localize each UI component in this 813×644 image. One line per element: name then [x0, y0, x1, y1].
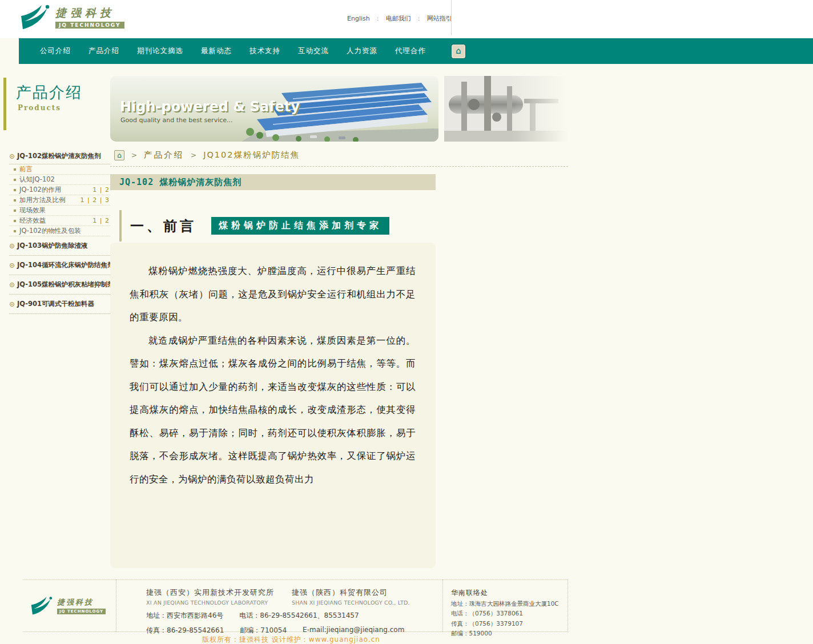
article-body: 煤粉锅炉燃烧热强度大、炉膛温度高，运行中很易产生严重结焦和积灰（灰堵）问题，这是… [110, 243, 436, 568]
nav-item-agency[interactable]: 代理合作 [395, 46, 426, 56]
sidebar-item-label: JQ-102的物性及包装 [19, 227, 81, 235]
sidebar-item-label: JQ-901可调式干粉加料器 [17, 300, 94, 308]
link-separator: ： [375, 15, 381, 23]
sidebar-subtitle: Products [18, 104, 61, 112]
expert-badge: 煤粉锅炉防止结焦添加剂专家 [211, 217, 389, 235]
breadcrumb-separator: > [191, 151, 196, 159]
page-links[interactable]: 1 | 2 | 3 [81, 196, 110, 204]
nav-item-news[interactable]: 最新动态 [201, 46, 232, 56]
logo-company-name-en: JQ TECHNOLOGY [55, 22, 124, 29]
square-bullet-icon [14, 230, 16, 232]
group-bullet-icon [10, 154, 14, 159]
square-bullet-icon [14, 179, 16, 181]
link-separator: ： [416, 15, 422, 23]
sidebar-item-jq901[interactable]: JQ-901可调式干粉加料器 [9, 295, 110, 314]
section-heading-row: 一、前言 煤粉锅炉防止结焦添加剂专家 [119, 210, 389, 242]
footer-phone: 电话：86-29-85542661、85531457 [239, 611, 359, 621]
company-name-cn: 捷强（西安）实用新技术开发研究所 [146, 587, 292, 598]
link-email-us[interactable]: 电邮我们 [386, 14, 411, 23]
breadcrumb-item-products[interactable]: 产品介绍 [144, 150, 184, 160]
sidebar-item-label: 经济效益 [19, 216, 46, 225]
breadcrumb-item-current: JQ102煤粉锅炉防结焦 [203, 150, 300, 160]
nav-item-hr[interactable]: 人力资源 [347, 46, 377, 56]
header-divider [451, 0, 452, 35]
square-bullet-icon [14, 199, 16, 202]
sidebar-item-jq102[interactable]: JQ-102煤粉锅炉清灰防焦剂 [9, 148, 110, 164]
sidebar-item-label: 认知JQ-102 [19, 175, 55, 184]
footer-fax: 传真：86-29-85542661 [146, 626, 224, 635]
copyright-line[interactable]: 版权所有：捷强科技 设计维护：www.guangjiao.cn [0, 635, 582, 644]
footer-logo-text: 捷强科技 JQ TECHNOLOGY [57, 597, 106, 614]
sidebar-item-know-jq102[interactable]: 认知JQ-102 [9, 175, 110, 185]
section-accent-bar [119, 210, 122, 242]
nav-item-products[interactable]: 产品介绍 [88, 46, 119, 56]
nav-item-interaction[interactable]: 互动交流 [298, 46, 329, 56]
company-name-en: XI AN JIEQIANG TECHNOLOGY LABORATORY [146, 599, 292, 606]
home-icon: ⌂ [456, 47, 461, 55]
nav-item-company[interactable]: 公司介绍 [40, 46, 71, 56]
nav-item-tech-support[interactable]: 技术支持 [249, 46, 280, 56]
link-site-guide[interactable]: 网站指引 [427, 14, 452, 23]
footer-address: 地址：西安市西影路46号 [146, 611, 223, 621]
sidebar-menu: JQ-102煤粉锅炉清灰防焦剂 前言 认知JQ-102 JQ-102的作用 1 … [9, 148, 110, 314]
sidebar-item-label: JQ-102的作用 [19, 186, 61, 194]
sidebar-item-jq102-function[interactable]: JQ-102的作用 1 | 2 [9, 185, 110, 195]
footer-email[interactable]: E-mail:jieqiang@jieqiang.com [303, 626, 404, 635]
sidebar-item-usage-ratio[interactable]: 加用方法及比例 1 | 2 | 3 [9, 195, 110, 206]
sidebar-item-jq104[interactable]: JQ-104循环流化床锅炉防结焦剂 [9, 256, 110, 275]
group-bullet-icon [10, 263, 14, 268]
company-name-en: SHAN XI JIEQIANG TECHNOLOGY CO., LTD. [292, 599, 437, 606]
breadcrumb-home-button[interactable]: ⌂ [114, 150, 124, 160]
banner-title: High-powered & Safety [120, 99, 300, 115]
sidebar-item-label: 现场效果 [19, 206, 46, 215]
home-icon: ⌂ [117, 151, 122, 159]
banner-factory-image: High-powered & Safety High-powered & Saf… [110, 76, 438, 142]
group-bullet-icon [10, 244, 14, 248]
footer-south-office-block: 华南联络处 地址：珠海吉大园林路金景商业大厦10C 电话：（0756）33780… [442, 579, 568, 632]
footer-address-line: 地址：西安市西影路46号 电话：86-29-85542661、85531457 [146, 611, 442, 621]
footer-logo-company-name-en: JQ TECHNOLOGY [57, 609, 106, 614]
sidebar-title: 产品介绍 [16, 82, 82, 103]
sidebar-item-jq105[interactable]: JQ-105煤粉锅炉积灰粘堵抑制剂 [9, 275, 110, 295]
sidebar-item-label: JQ-104循环流化床锅炉防结焦剂 [17, 261, 114, 269]
group-bullet-icon [10, 302, 14, 307]
footer-logo[interactable]: 捷强科技 JQ TECHNOLOGY [23, 579, 116, 632]
sidebar-item-site-effect[interactable]: 现场效果 [9, 206, 110, 216]
sidebar-item-properties-packaging[interactable]: JQ-102的物性及包装 [9, 226, 110, 236]
breadcrumb-separator: > [131, 151, 137, 159]
square-bullet-icon [14, 220, 16, 222]
nav-home-button[interactable]: ⌂ [452, 45, 465, 58]
page-links[interactable]: 1 | 2 [92, 217, 110, 224]
banner-subtitle: Good quality and the best service... [120, 116, 233, 124]
company-logo[interactable]: 捷强科技 JQ TECHNOLOGY [21, 3, 124, 31]
sidebar-item-economic-benefit[interactable]: 经济效益 1 | 2 [9, 216, 110, 226]
section-heading: 一、前言 [130, 217, 196, 235]
page-links[interactable]: 1 | 2 [92, 186, 110, 194]
logo-company-name: 捷强科技 [55, 6, 124, 21]
footer-postal: 邮编：710054 [240, 626, 287, 635]
header: 捷强科技 JQ TECHNOLOGY English ： 电邮我们 ： 网站指引 [0, 0, 813, 38]
sidebar-item-foreword[interactable]: 前言 [9, 164, 110, 175]
page-title-bar: JQ-102 煤粉锅炉清灰防焦剂 [110, 174, 436, 190]
footer-logo-company-name: 捷强科技 [57, 597, 106, 607]
square-bullet-icon [14, 210, 16, 212]
nav-item-journal[interactable]: 期刊论文摘选 [137, 46, 183, 56]
article-paragraph: 就造成锅炉严重结焦的各种因素来说，煤质因素是第一位的。譬如：煤灰熔点过低；煤灰各… [130, 329, 416, 492]
footer-companies: 捷强（西安）实用新技术开发研究所 XI AN JIEQIANG TECHNOLO… [146, 587, 442, 606]
logo-swoosh-icon [21, 3, 51, 31]
page-title: JQ-102 煤粉锅炉清灰防焦剂 [119, 177, 242, 188]
south-office-address: 地址：珠海吉大园林路金景商业大厦10C [451, 600, 568, 608]
footer-company-2: 捷强（陕西）科贸有限公司 SHAN XI JIEQIANG TECHNOLOGY… [292, 587, 437, 606]
header-links: English ： 电邮我们 ： 网站指引 [347, 14, 452, 23]
sidebar-accent-bar [3, 78, 6, 130]
company-name-cn: 捷强（陕西）科贸有限公司 [292, 587, 437, 598]
south-office-title: 华南联络处 [451, 588, 568, 598]
footer: 捷强科技 JQ TECHNOLOGY 捷强（西安）实用新技术开发研究所 XI A… [23, 579, 568, 632]
banner-equipment-image [444, 76, 568, 142]
main-nav: 公司介绍 产品介绍 期刊论文摘选 最新动态 技术支持 互动交流 人力资源 代理合… [19, 38, 813, 64]
link-english[interactable]: English [347, 15, 370, 22]
page: 捷强科技 JQ TECHNOLOGY English ： 电邮我们 ： 网站指引… [0, 0, 813, 644]
south-office-phone: 电话：（0756）3378061 [451, 610, 568, 618]
footer-fax-line: 传真：86-29-85542661 邮编：710054 E-mail:jieqi… [146, 626, 442, 635]
sidebar-item-jq103[interactable]: JQ-103锅炉防焦除渣液 [9, 236, 110, 256]
